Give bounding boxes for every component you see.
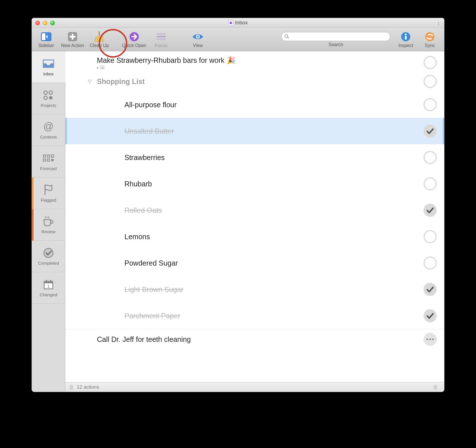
- search-input[interactable]: [281, 32, 390, 41]
- status-circle[interactable]: [424, 56, 437, 69]
- svg-point-24: [49, 91, 52, 94]
- coffee-icon: [42, 215, 55, 227]
- titlebar: Inbox ⤢: [32, 18, 444, 28]
- svg-text:@: @: [43, 121, 54, 132]
- inbox-doc-icon: [228, 20, 233, 26]
- status-checked[interactable]: [424, 283, 437, 296]
- inbox-icon: [42, 58, 55, 70]
- svg-rect-12: [157, 33, 166, 35]
- quick-open-icon: [128, 31, 140, 42]
- quick-open-button[interactable]: Quick Open: [120, 29, 149, 50]
- svg-rect-31: [43, 159, 46, 161]
- svg-point-16: [197, 36, 199, 38]
- sidebar-item-review[interactable]: Review: [32, 209, 65, 241]
- disclosure-triangle-icon[interactable]: ▽: [88, 78, 92, 85]
- task-row[interactable]: Strawberries: [65, 144, 444, 171]
- fullscreen-icon[interactable]: ⤢: [435, 19, 442, 26]
- status-checked[interactable]: [424, 124, 437, 138]
- sidebar-item-completed[interactable]: Completed: [32, 241, 65, 272]
- task-row[interactable]: Lemons: [65, 223, 444, 250]
- window-minimize-button[interactable]: [43, 21, 47, 25]
- svg-rect-14: [157, 38, 166, 40]
- task-title: Unsalted Butter: [124, 127, 424, 135]
- inspect-button[interactable]: Inspect: [394, 29, 417, 50]
- new-action-label: New Action: [61, 43, 84, 48]
- status-circle[interactable]: [424, 256, 437, 270]
- svg-rect-38: [46, 280, 47, 282]
- status-count: 12 actions: [77, 384, 99, 390]
- task-row[interactable]: Rolled Oats: [65, 197, 444, 223]
- content: Make Strawberry-Rhubarb bars for work 🎉 …: [65, 51, 444, 392]
- new-action-button[interactable]: New Action: [59, 29, 86, 50]
- sidebar-item-projects[interactable]: Projects: [32, 83, 65, 114]
- task-row[interactable]: Powdered Sugar: [65, 250, 444, 276]
- status-circle[interactable]: [424, 230, 437, 243]
- status-checked[interactable]: [424, 309, 437, 322]
- inspect-label: Inspect: [398, 43, 413, 48]
- view-button[interactable]: View: [186, 29, 209, 50]
- search-field[interactable]: [291, 34, 387, 39]
- focus-label: Focus: [155, 43, 167, 48]
- svg-point-17: [285, 34, 288, 37]
- sidebar-label: Sidebar: [38, 43, 54, 48]
- svg-text:1: 1: [47, 284, 50, 289]
- grip-left[interactable]: [70, 385, 73, 389]
- status-circle[interactable]: [424, 151, 437, 164]
- plus-icon: [67, 31, 78, 42]
- svg-rect-37: [44, 281, 53, 283]
- clean-up-button[interactable]: Clean Up: [87, 29, 111, 50]
- calendar-icon: 1: [43, 278, 54, 291]
- svg-rect-5: [70, 36, 75, 38]
- svg-rect-21: [405, 36, 407, 40]
- body: Inbox Projects @ Contexts Forecast: [32, 51, 444, 392]
- sidebar-button[interactable]: Sidebar: [35, 29, 58, 50]
- sidebar-label: Forecast: [40, 166, 57, 171]
- sidebar-label: Contexts: [40, 135, 57, 139]
- sidebar-item-contexts[interactable]: @ Contexts: [32, 114, 65, 146]
- status-more[interactable]: [424, 333, 437, 346]
- group-row[interactable]: ▽ Shopping List: [65, 71, 444, 91]
- task-row[interactable]: Make Strawberry-Rhubarb bars for work 🎉 …: [65, 51, 444, 71]
- view-label: View: [193, 43, 203, 48]
- status-circle[interactable]: [424, 98, 437, 111]
- at-icon: @: [42, 121, 54, 133]
- task-title: Make Strawberry-Rhubarb bars for work 🎉: [97, 56, 424, 65]
- focus-button[interactable]: Focus: [150, 29, 173, 50]
- svg-point-35: [44, 248, 53, 258]
- orange-indicator: [32, 178, 34, 209]
- svg-rect-30: [51, 155, 54, 157]
- note-indicator[interactable]: ▶: [97, 66, 424, 69]
- sidebar-item-changed[interactable]: 1 Changed: [32, 272, 65, 304]
- task-title: Rhubarb: [124, 180, 424, 188]
- sync-button[interactable]: Sync: [418, 29, 441, 50]
- svg-rect-29: [47, 155, 50, 157]
- task-row[interactable]: Rhubarb: [65, 171, 444, 197]
- task-title: Parchment Paper: [124, 312, 424, 320]
- status-checked[interactable]: [424, 204, 437, 217]
- window-title: Inbox: [235, 20, 248, 26]
- task-row[interactable]: Light Brown Sugar: [65, 276, 444, 303]
- svg-point-20: [405, 34, 407, 35]
- task-row[interactable]: All-purpose flour: [65, 91, 444, 118]
- svg-point-25: [44, 96, 47, 100]
- traffic-lights: [35, 21, 55, 25]
- task-row[interactable]: Unsalted Butter: [65, 118, 444, 144]
- search-icon: [284, 34, 289, 39]
- svg-rect-32: [47, 159, 50, 161]
- sidebar: Inbox Projects @ Contexts Forecast: [32, 51, 65, 392]
- svg-point-22: [425, 32, 434, 41]
- task-title: Strawberries: [124, 153, 424, 162]
- window-zoom-button[interactable]: [50, 21, 55, 25]
- grip-right[interactable]: [434, 385, 437, 389]
- task-title: Powdered Sugar: [124, 259, 424, 267]
- sidebar-item-inbox[interactable]: Inbox: [32, 51, 65, 83]
- svg-rect-39: [50, 280, 51, 282]
- sidebar-item-forecast[interactable]: Forecast: [32, 146, 65, 178]
- svg-point-26: [49, 96, 52, 100]
- status-circle[interactable]: [424, 177, 437, 190]
- task-row[interactable]: Parchment Paper: [65, 303, 444, 329]
- sidebar-item-flagged[interactable]: Flagged: [32, 178, 65, 209]
- status-circle[interactable]: [424, 75, 437, 88]
- window-close-button[interactable]: [35, 21, 40, 25]
- task-row[interactable]: Call Dr. Jeff for teeth cleaning: [65, 329, 444, 349]
